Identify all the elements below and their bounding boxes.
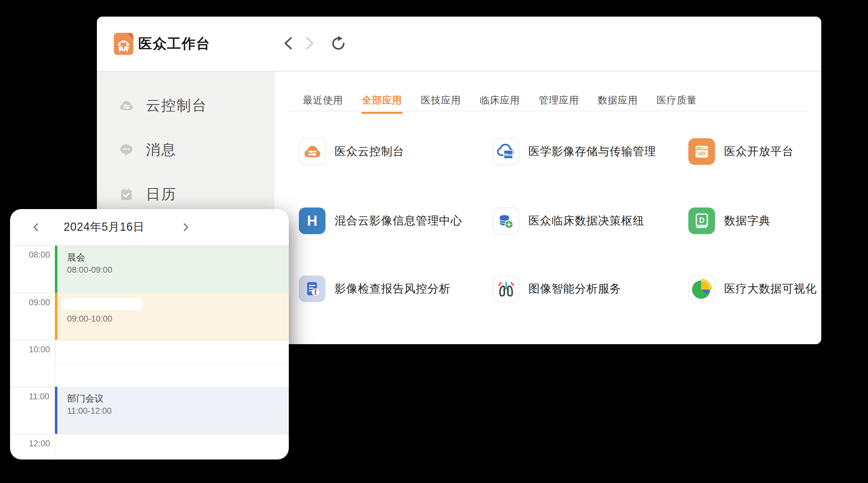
code-window-icon: </> bbox=[688, 138, 715, 165]
sidebar-item-calendar[interactable]: 日历 bbox=[119, 187, 177, 202]
event-title-placeholder bbox=[62, 298, 143, 310]
app-label: 图像智能分析服务 bbox=[528, 281, 621, 296]
hour-row-12: 12:00 bbox=[10, 434, 289, 459]
app-label: 数据字典 bbox=[724, 213, 771, 228]
chevron-left-icon[interactable] bbox=[31, 222, 41, 232]
database-plus-icon bbox=[493, 207, 519, 234]
cloud-mas-icon: Mas bbox=[493, 138, 519, 165]
svg-text:D: D bbox=[699, 216, 704, 224]
app-title: 医众工作台 bbox=[138, 17, 210, 71]
time-label: 10:00 bbox=[29, 345, 50, 354]
refresh-icon[interactable] bbox=[331, 36, 346, 51]
back-icon[interactable] bbox=[281, 36, 296, 51]
half-hour-line bbox=[55, 364, 289, 364]
calendar-icon bbox=[119, 187, 134, 202]
cloud-sliders-icon bbox=[299, 138, 326, 165]
app-label: 医疗大数据可视化 bbox=[724, 281, 817, 296]
app-item-open-platform[interactable]: </> 医众开放平台 bbox=[688, 138, 794, 165]
app-label: 医众临床数据决策枢纽 bbox=[528, 213, 644, 228]
app-item-data-dictionary[interactable]: D 数据字典 bbox=[688, 207, 771, 234]
app-item-big-data-visualization[interactable]: 医疗大数据可视化 bbox=[688, 276, 817, 302]
time-label: 09:00 bbox=[29, 298, 50, 308]
app-label: 医学影像存储与传输管理 bbox=[528, 144, 656, 159]
report-alert-icon bbox=[299, 276, 326, 302]
tab-data-apps[interactable]: 数据应用 bbox=[598, 94, 638, 107]
sidebar-item-messages[interactable]: 消息 bbox=[119, 142, 177, 157]
calendar-header: 2024年5月16日 bbox=[10, 209, 289, 246]
svg-text:</>: </> bbox=[698, 151, 705, 156]
svg-text:Mas: Mas bbox=[504, 152, 512, 157]
sidebar-item-label: 日历 bbox=[146, 185, 177, 204]
event-accent-bar bbox=[55, 293, 57, 340]
event-time: 08:00-09:00 bbox=[67, 265, 112, 275]
title-bar: 医众工作台 bbox=[97, 17, 821, 71]
time-label: 12:00 bbox=[29, 439, 50, 449]
event-title: 晨会 bbox=[67, 251, 85, 264]
event-accent-bar bbox=[55, 246, 57, 293]
tab-clinical-apps[interactable]: 临床应用 bbox=[480, 94, 520, 107]
calendar-event-morning-meeting[interactable]: 晨会 08:00-09:00 bbox=[55, 246, 289, 293]
tab-medtech-apps[interactable]: 医技应用 bbox=[421, 94, 461, 107]
sidebar-item-label: 云控制台 bbox=[146, 96, 207, 115]
app-label: 医众云控制台 bbox=[335, 144, 404, 159]
app-item-report-risk-analysis[interactable]: 影像检查报告风控分析 bbox=[299, 276, 451, 302]
app-item-cloud-console[interactable]: 医众云控制台 bbox=[299, 138, 404, 165]
time-label: 08:00 bbox=[29, 250, 50, 260]
content-area: 最近使用 全部应用 医技应用 临床应用 管理应用 数据应用 医疗质量 bbox=[274, 71, 821, 344]
event-time: 11:00-12:00 bbox=[67, 406, 112, 416]
event-title: 部门会议 bbox=[67, 392, 103, 405]
tab-bar: 最近使用 全部应用 医技应用 临床应用 管理应用 数据应用 医疗质量 bbox=[288, 90, 809, 111]
hour-row-10: 10:00 bbox=[10, 340, 289, 387]
messages-icon bbox=[119, 142, 134, 157]
svg-text:H: H bbox=[307, 213, 317, 229]
cloud-console-icon bbox=[119, 98, 134, 113]
letter-h-icon: H bbox=[299, 207, 326, 234]
forward-icon[interactable] bbox=[302, 36, 317, 51]
tab-management-apps[interactable]: 管理应用 bbox=[539, 94, 579, 107]
app-item-clinical-data-hub[interactable]: 医众临床数据决策枢纽 bbox=[493, 207, 644, 234]
dictionary-book-icon: D bbox=[688, 207, 715, 234]
screen: 医众工作台 云控制台 bbox=[0, 0, 868, 483]
sidebar-item-label: 消息 bbox=[146, 140, 177, 160]
calendar-event-redacted[interactable]: 09:00-10:00 bbox=[55, 293, 289, 340]
calendar-event-department-meeting[interactable]: 部门会议 11:00-12:00 bbox=[55, 387, 289, 434]
app-item-image-ai-analysis[interactable]: 图像智能分析服务 bbox=[493, 276, 621, 302]
app-item-hybrid-cloud-imaging[interactable]: H 混合云影像信息管理中心 bbox=[299, 207, 462, 234]
time-label: 11:00 bbox=[29, 392, 50, 401]
calendar-grid: 08:00 09:00 10:00 11:00 12:00 晨会 08:00-0… bbox=[10, 246, 289, 459]
app-label: 混合云影像信息管理中心 bbox=[335, 213, 462, 228]
app-label: 影像检查报告风控分析 bbox=[335, 281, 451, 296]
sidebar-item-cloud-console[interactable]: 云控制台 bbox=[119, 98, 207, 113]
app-item-image-storage[interactable]: Mas 医学影像存储与传输管理 bbox=[493, 138, 656, 165]
tab-recent[interactable]: 最近使用 bbox=[303, 94, 343, 107]
event-time: 09:00-10:00 bbox=[67, 314, 112, 324]
calendar-date-title: 2024年5月16日 bbox=[48, 209, 160, 245]
calendar-panel: 2024年5月16日 08:00 09:00 10:00 11:00 12:00 bbox=[10, 209, 289, 459]
lungs-icon bbox=[493, 276, 519, 302]
pie-chart-icon bbox=[688, 276, 715, 302]
tab-all-apps[interactable]: 全部应用 bbox=[362, 94, 402, 107]
tab-quality[interactable]: 医疗质量 bbox=[657, 94, 697, 107]
app-logo-icon bbox=[114, 33, 133, 55]
event-accent-bar bbox=[55, 387, 57, 434]
app-label: 医众开放平台 bbox=[724, 144, 794, 159]
chevron-right-icon[interactable] bbox=[180, 222, 191, 232]
